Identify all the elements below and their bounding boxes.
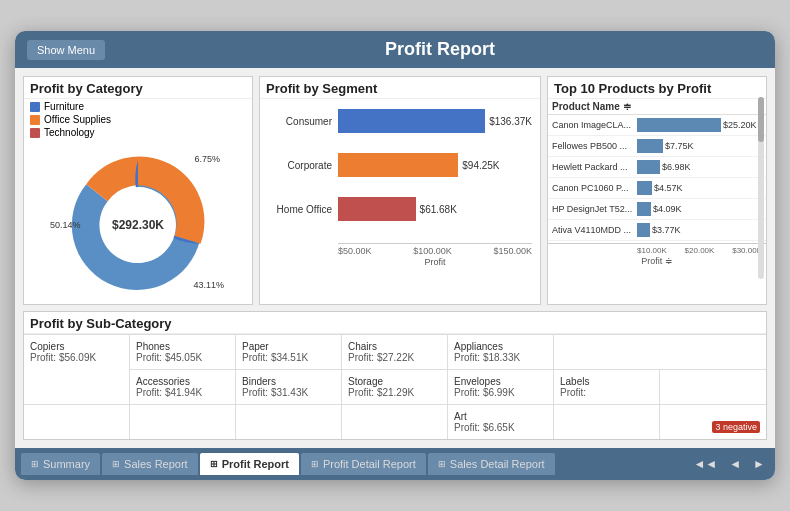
- product-value-1: $25.20K: [723, 120, 757, 130]
- product-value-4: $4.57K: [654, 183, 683, 193]
- product-bar-4[interactable]: [637, 181, 652, 195]
- subcell-appliances[interactable]: Appliances Profit: $18.33K: [448, 335, 554, 370]
- footer: ⊞ Summary ⊞ Sales Report ⊞ Profit Report…: [15, 448, 775, 480]
- product-row: Canon ImageCLA... $25.20K: [548, 115, 766, 136]
- category-legend: Furniture Office Supplies Technology: [24, 99, 252, 142]
- products-axis-ticks: $10.00K $20.00K $30.00K: [548, 243, 766, 255]
- subcell-accessories-profit: Profit: $41.94K: [136, 387, 229, 398]
- segment-consumer-bar[interactable]: [338, 109, 485, 133]
- product-bar-5[interactable]: [637, 202, 651, 216]
- subcell-storage[interactable]: Storage Profit: $21.29K: [342, 370, 448, 405]
- profit-by-category-panel: Profit by Category Furniture Office Supp…: [23, 76, 253, 305]
- subcell-phones[interactable]: Phones Profit: $45.05K: [130, 335, 236, 370]
- header: Show Menu Profit Report: [15, 31, 775, 68]
- product-name-1: Canon ImageCLA...: [552, 120, 637, 130]
- tab-profit-detail-icon: ⊞: [311, 459, 319, 469]
- subcell-binders[interactable]: Binders Profit: $31.43K: [236, 370, 342, 405]
- scrollbar-thumb[interactable]: [758, 97, 764, 142]
- profit-by-subcategory-panel: Profit by Sub-Category Copiers Profit: $…: [23, 311, 767, 440]
- product-bar-3[interactable]: [637, 160, 660, 174]
- product-name-3: Hewlett Packard ...: [552, 162, 637, 172]
- product-row: Fellowes PB500 ... $7.75K: [548, 136, 766, 157]
- subcell-labels-profit: Profit:: [560, 387, 653, 398]
- segment-corporate: Corporate $94.25K: [268, 153, 532, 177]
- furniture-label: Furniture: [44, 101, 84, 112]
- products-axis-label: Profit ≑: [548, 255, 766, 267]
- product-row: Hewlett Packard ... $6.98K: [548, 157, 766, 178]
- show-menu-button[interactable]: Show Menu: [27, 40, 105, 60]
- segment-corporate-bar[interactable]: [338, 153, 458, 177]
- product-row: Ativa V4110MDD ... $3.77K: [548, 220, 766, 241]
- category-panel-title: Profit by Category: [24, 77, 252, 99]
- nav-prev-prev[interactable]: ◄◄: [689, 455, 721, 473]
- subcell-envelopes[interactable]: Envelopes Profit: $6.99K: [448, 370, 554, 405]
- label-furniture-pct: 6.75%: [194, 154, 220, 164]
- tab-sales-detail[interactable]: ⊞ Sales Detail Report: [428, 453, 555, 475]
- products-col-name: Product Name ≑: [552, 101, 631, 112]
- segment-consumer-label: Consumer: [268, 116, 338, 127]
- segment-bars: Consumer $136.37K Corporate $94.25K: [260, 99, 540, 243]
- subcell-art-name: Art: [454, 411, 547, 422]
- subcell-chairs[interactable]: Chairs Profit: $27.22K: [342, 335, 448, 370]
- product-value-3: $6.98K: [662, 162, 691, 172]
- subcell-empty-row3-3: [236, 405, 342, 439]
- segment-homeoffice-bar[interactable]: [338, 197, 416, 221]
- main-content: Profit by Category Furniture Office Supp…: [15, 68, 775, 448]
- subcell-storage-profit: Profit: $21.29K: [348, 387, 441, 398]
- products-header: Product Name ≑: [548, 99, 766, 115]
- subcell-empty-top: [554, 335, 766, 370]
- label-tech-pct: 50.14%: [50, 220, 81, 230]
- product-bar-2[interactable]: [637, 139, 663, 153]
- subcell-art[interactable]: Art Profit: $6.65K: [448, 405, 554, 439]
- segment-corporate-label: Corporate: [268, 160, 338, 171]
- main-window: Show Menu Profit Report Profit by Catego…: [15, 31, 775, 480]
- subcell-storage-name: Storage: [348, 376, 441, 387]
- segment-corporate-bar-wrap: $94.25K: [338, 153, 532, 177]
- tech-label: Technology: [44, 127, 95, 138]
- subcell-copiers-profit: Profit: $56.09K: [30, 352, 123, 363]
- negative-badge: 3 negative: [712, 421, 760, 433]
- subcell-phones-profit: Profit: $45.05K: [136, 352, 229, 363]
- subcell-negative-badge-cell: 3 negative: [660, 405, 766, 439]
- subcategory-grid: Copiers Profit: $56.09K Phones Profit: $…: [24, 334, 766, 439]
- axis-tick-2: $100.00K: [413, 246, 452, 256]
- product-bar-1[interactable]: [637, 118, 721, 132]
- tab-profit-detail[interactable]: ⊞ Profit Detail Report: [301, 453, 426, 475]
- axis-tick-1: $50.00K: [338, 246, 372, 256]
- segment-axis: $50.00K $100.00K $150.00K Profit: [260, 243, 540, 272]
- products-panel-title: Top 10 Products by Profit: [548, 77, 766, 99]
- tab-summary[interactable]: ⊞ Summary: [21, 453, 100, 475]
- subcell-paper-name: Paper: [242, 341, 335, 352]
- subcell-accessories[interactable]: Accessories Profit: $41.94K: [130, 370, 236, 405]
- tab-sales-report[interactable]: ⊞ Sales Report: [102, 453, 198, 475]
- subcell-envelopes-name: Envelopes: [454, 376, 547, 387]
- tab-sales-detail-label: Sales Detail Report: [450, 458, 545, 470]
- products-scrollbar[interactable]: [758, 97, 764, 279]
- subcell-copiers[interactable]: Copiers Profit: $56.09K: [24, 335, 130, 405]
- subcell-appliances-name: Appliances: [454, 341, 547, 352]
- nav-next[interactable]: ►: [749, 455, 769, 473]
- segment-consumer-bar-wrap: $136.37K: [338, 109, 532, 133]
- subcell-empty-row3-4: [342, 405, 448, 439]
- furniture-color: [30, 102, 40, 112]
- segment-homeoffice-bar-wrap: $61.68K: [338, 197, 532, 221]
- subcell-copiers-name: Copiers: [30, 341, 123, 352]
- nav-prev[interactable]: ◄: [725, 455, 745, 473]
- donut-chart-area: $292.30K 6.75% 43.11% 50.14%: [24, 142, 252, 304]
- tech-color: [30, 128, 40, 138]
- tab-profit-report[interactable]: ⊞ Profit Report: [200, 453, 299, 475]
- center-value-text: $292.30K: [112, 218, 164, 232]
- legend-office: Office Supplies: [30, 114, 246, 125]
- subcategory-panel-title: Profit by Sub-Category: [24, 312, 766, 334]
- subcell-paper[interactable]: Paper Profit: $34.51K: [236, 335, 342, 370]
- subcell-chairs-profit: Profit: $27.22K: [348, 352, 441, 363]
- subcell-binders-name: Binders: [242, 376, 335, 387]
- subcell-labels[interactable]: Labels Profit:: [554, 370, 660, 405]
- subcell-paper-profit: Profit: $34.51K: [242, 352, 335, 363]
- tab-profit-report-icon: ⊞: [210, 459, 218, 469]
- product-row: HP DesignJet T52... $4.09K: [548, 199, 766, 220]
- product-bar-6[interactable]: [637, 223, 650, 237]
- product-bar-wrap-4: $4.57K: [637, 181, 762, 195]
- subcell-accessories-name: Accessories: [136, 376, 229, 387]
- tab-summary-label: Summary: [43, 458, 90, 470]
